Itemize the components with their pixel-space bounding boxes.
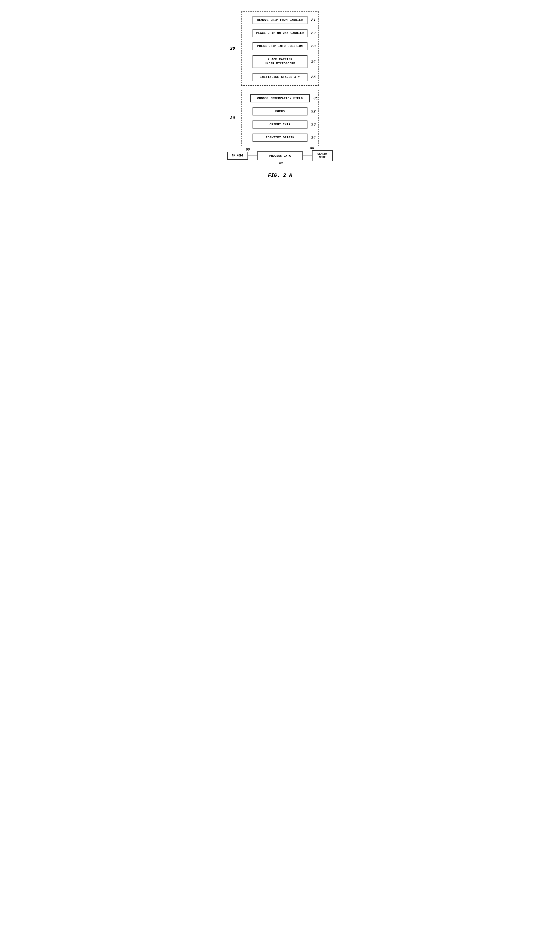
step-25-text: INITIALISE STAGES X,Y xyxy=(260,75,300,79)
connector-23-24 xyxy=(280,50,280,55)
step-34-text: IDENTIFY ORIGIN xyxy=(266,136,294,139)
connector-32-33 xyxy=(280,116,280,121)
step-31-num: 31 xyxy=(313,96,318,101)
connector-33-34 xyxy=(280,128,280,134)
connector-group-20-30 xyxy=(280,85,280,90)
process-row: PM MODE 50 PROCESS DATA 40 CAMERA MODE 6… xyxy=(227,150,333,161)
connector-group-30-process xyxy=(280,146,280,150)
step-23-text: PRESS CHIP INTO POSITION xyxy=(257,44,303,48)
step-31-box: CHOOSE OBSERVATION FIELD 31 xyxy=(250,95,310,102)
pm-mode-text: PM MODE xyxy=(232,154,243,157)
step-32-num: 32 xyxy=(311,110,316,114)
group-20: 20 REMOVE CHIP FROM CARRIER 21 PLACE CHI… xyxy=(241,11,319,85)
group-30-label: 30 xyxy=(230,116,235,120)
step-22-text: PLACE CHIP ON 2nd CARRIER xyxy=(256,31,304,35)
pm-mode-label: 50 xyxy=(246,148,250,151)
process-data-box: PROCESS DATA 40 xyxy=(257,151,303,160)
connector-24-25 xyxy=(280,68,280,73)
step-33-num: 33 xyxy=(311,122,316,127)
step-23-box: PRESS CHIP INTO POSITION 23 xyxy=(253,42,307,50)
step-24-text: PLACE CARRIERUNDER MICROSCOPE xyxy=(265,58,295,65)
camera-mode-box: CAMERA MODE xyxy=(312,150,333,161)
step-31-text: CHOOSE OBSERVATION FIELD xyxy=(257,97,303,100)
group-30: 30 CHOOSE OBSERVATION FIELD 31 FOCUS 32 … xyxy=(241,90,319,146)
step-21-num: 21 xyxy=(311,18,316,22)
step-22-box: PLACE CHIP ON 2nd CARRIER 22 xyxy=(253,29,307,37)
page: 20 REMOVE CHIP FROM CARRIER 21 PLACE CHI… xyxy=(221,5,339,188)
step-33-text: ORIENT CHIP xyxy=(269,123,290,126)
camera-mode-text: CAMERA MODE xyxy=(317,153,327,159)
camera-mode-label: 60 xyxy=(310,146,314,150)
process-data-text: PROCESS DATA xyxy=(269,154,291,157)
pm-mode-box: PM MODE xyxy=(227,152,248,160)
connector-21-22 xyxy=(280,24,280,29)
group-20-label: 20 xyxy=(230,46,235,51)
step-34-box: IDENTIFY ORIGIN 34 xyxy=(253,134,307,142)
connector-31-32 xyxy=(280,102,280,107)
step-21-text: REMOVE CHIP FROM CARRIER xyxy=(257,18,303,22)
step-22-num: 22 xyxy=(311,31,316,35)
step-24-box: PLACE CARRIERUNDER MICROSCOPE 24 xyxy=(253,55,307,68)
step-25-box: INITIALISE STAGES X,Y 25 xyxy=(253,73,307,81)
left-connector-line xyxy=(248,156,257,156)
step-25-num: 25 xyxy=(311,75,316,79)
step-32-text: FOCUS xyxy=(275,110,285,113)
step-34-num: 34 xyxy=(311,136,316,140)
right-connector-line xyxy=(303,156,312,156)
step-40-num: 40 xyxy=(279,161,283,165)
step-21-box: REMOVE CHIP FROM CARRIER 21 xyxy=(253,16,307,24)
step-32-box: FOCUS 32 xyxy=(253,107,307,116)
connector-22-23 xyxy=(280,37,280,42)
step-23-num: 23 xyxy=(311,44,316,48)
step-24-num: 24 xyxy=(311,59,316,64)
fig-caption: FIG. 2 A xyxy=(268,173,292,179)
step-33-box: ORIENT CHIP 33 xyxy=(253,121,307,128)
flowchart: 20 REMOVE CHIP FROM CARRIER 21 PLACE CHI… xyxy=(225,11,335,179)
